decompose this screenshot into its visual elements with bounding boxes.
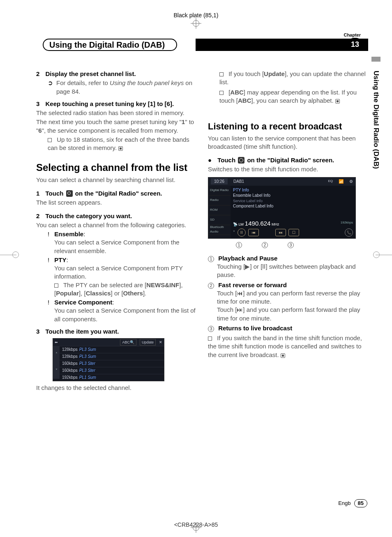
scroll-down-button[interactable]: ˅ [53,362,60,379]
step-3-note: Up to 18 stations, six for each of the t… [36,136,196,152]
crop-mark-top [191,18,201,29]
sec1-step2-p: You can select a channel from the follow… [36,221,196,229]
sec1-step1-p: The list screen appears. [36,198,196,207]
side-tab: Using the Digital Radio (DAB) [371,71,380,169]
left-column: 2 Display the preset channel list. ➲ For… [36,70,196,393]
bitrate-label: 192kbps [341,221,353,225]
stop-icon [118,146,123,151]
sec1-step1: 1 Touch on the "Digital Radio" screen. [36,189,196,198]
sidebar-item[interactable]: Digital Radio [208,186,231,196]
chapter-title-pill: Using the Digital Radio (DAB) [43,39,177,51]
callout-2: 2 Fast reverse or forward Touch [⏮] and … [208,281,368,323]
close-button[interactable]: ✕ [159,340,162,345]
right-column: If you touch [Update], you can update th… [208,70,368,393]
sec1-step3-after: It changes to the selected channel. [36,384,196,392]
signal-icon: 📶 [339,179,344,184]
chapter-title: Using the Digital Radio (DAB) [49,39,165,51]
fast-forward-button[interactable]: ⏭ [275,229,286,236]
back-button[interactable]: ⬅ [55,340,58,345]
sec2-intro: You can listen to the service component … [208,134,368,151]
crop-circle-left [12,251,19,258]
list-item[interactable]: 128kbpsPL3 Sum [60,346,164,353]
timeshift-note: If you switch the band in the time shift… [208,334,368,359]
info-line: PTY Info [233,187,353,193]
callout-1: 1 Playback and Pause Touching [▶] or [ⅠⅠ… [208,254,368,279]
settings-icon[interactable]: ⚙ [349,179,353,184]
clock-label: 10:26 [211,178,228,185]
band-label: DAB1 [233,179,244,184]
source-sidebar: Digital Radio Radio ROM SD Bluetooth Aud… [208,186,231,238]
sidebar-item[interactable]: ROM [208,205,231,215]
sec1-step3: 3 Touch the item you want. [36,327,196,336]
list-item[interactable]: 160kbpsPL3 Ster [60,360,164,367]
info-line: Service Label Info [233,198,353,203]
callout-3: 3 Returns to live broadcast [208,324,368,332]
list-item[interactable]: 128kbpsPL3 Sum [60,353,164,360]
sidebar-item[interactable]: Bluetooth Audio [208,225,231,235]
pause-button[interactable]: ⅠⅠ [238,228,246,237]
eq-icon[interactable]: EQ [328,179,333,184]
dot-bullet-icon: ! [48,256,49,263]
arrow-bullet-icon: ➲ [48,79,53,96]
sec2-step-p: Switches to the time shift function mode… [208,165,368,173]
step-3: 3 Keep touching a preset tuning key [1] … [36,100,196,108]
search-icon [66,190,73,197]
abc-search-button[interactable]: ABC🔍 [120,339,136,346]
page-footer: Engb 85 [338,499,367,507]
chapter-label: Chapter [344,32,361,38]
timeshift-screenshot: 10:26 DAB1 EQ 📶 ⚙ Digital Radio Radio RO… [208,177,356,239]
dot-bullet-icon: ! [48,230,49,237]
phone-button[interactable]: 📞 [345,228,353,237]
info-line: Ensemble Label Info [233,193,353,198]
square-bullet-icon [54,283,58,288]
step-3-p2: The next time you touch the same preset … [36,118,196,135]
section-selecting-channel: Selecting a channel from the list [36,162,196,173]
step-2: 2 Display the preset channel list. [36,70,196,78]
section-listening-recent: Listening to a recent broadcast [208,120,368,133]
live-button[interactable]: ☐ [288,229,299,236]
info-line: Component Label Info [233,203,353,209]
dot-bullet-icon: ! [48,299,49,306]
timeshift-icon [238,157,244,164]
chapter-number: 13 [348,38,362,51]
update-button[interactable]: Update [140,339,156,346]
sec1-intro: You can select a channel by searching ch… [36,176,196,184]
sec1-step2: 2 Touch the category you want. [36,212,196,220]
square-bullet-icon [48,138,52,142]
step-3-p1: The selected radio station has been stor… [36,109,196,117]
fast-reverse-button[interactable]: ⏮ [248,229,259,236]
update-note: If you touch [Update], you can update th… [208,70,368,87]
crop-circle-right [373,251,380,258]
chapter-strip [196,39,368,51]
bullet-icon: ● [208,157,212,164]
chapter-header: Chapter 13 Using the Digital Radio (DAB) [36,38,368,55]
stop-icon [281,353,285,358]
abc-note: [ABC] may appear depending on the list. … [208,88,368,105]
list-item[interactable]: 192kbpsPL1 Sum [60,374,164,381]
sec2-step: ● Touch on the "Digital Radio" screen. [208,156,368,164]
side-tab-bar [371,57,380,62]
square-bullet-icon [208,336,212,341]
sidebar-item[interactable]: SD [208,215,231,225]
doc-code: <CRB4228-A>85 [174,521,218,529]
list-item[interactable]: 160kbpsPL3 Ster [60,367,164,374]
square-bullet-icon [219,91,224,95]
callout-numbers: 1 2 3 [208,240,368,249]
chevron-down-icon[interactable]: ˅ [233,230,235,235]
sidebar-item[interactable]: Radio [208,196,231,205]
pty-note: The PTY can be selected are [NEWS&INF], … [48,281,196,298]
page-number: 85 [354,499,367,507]
square-bullet-icon [219,72,224,76]
stop-icon [335,99,340,104]
lang-label: Engb [338,500,350,507]
channel-list-screenshot: ⬅ ABC🔍 Update ✕ ˄ ˅ 128kbpsPL3 Sum 128kb… [53,338,164,381]
category-list: ! Ensemble: You can select a Service Com… [36,230,196,323]
step-2-detail: ➲ For details, refer to Using the touch … [36,79,196,96]
scroll-up-button[interactable]: ˄ [53,346,60,362]
